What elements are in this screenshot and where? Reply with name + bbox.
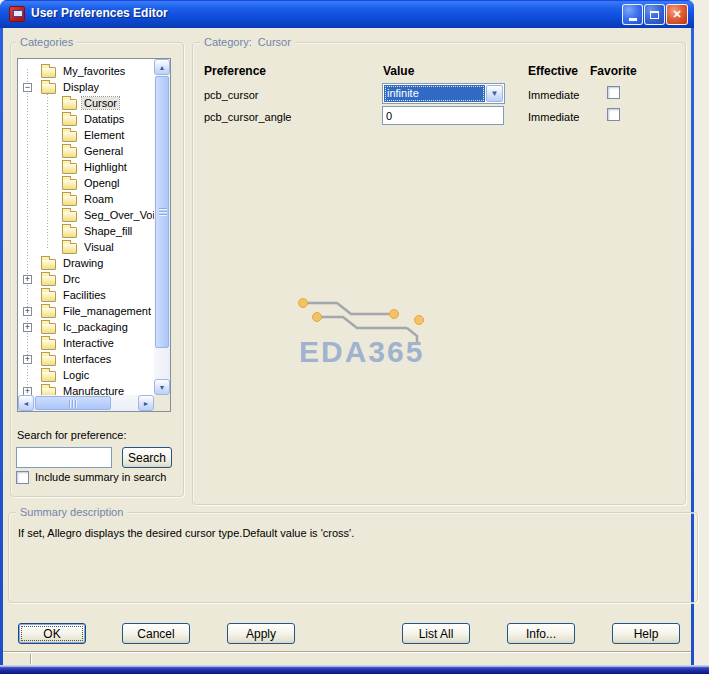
minimize-button[interactable] — [622, 4, 643, 25]
effective-value: Immediate — [528, 111, 579, 123]
tree-item-display[interactable]: − Display — [18, 79, 154, 95]
expand-icon[interactable]: + — [23, 275, 32, 284]
app-icon — [9, 6, 25, 22]
info-button[interactable]: Info... — [507, 623, 575, 644]
status-bar — [3, 651, 691, 653]
tree-item-interfaces[interactable]: + Interfaces — [18, 351, 154, 367]
tree-item-my-favorites[interactable]: My_favorites — [18, 63, 154, 79]
include-summary-checkbox[interactable] — [16, 471, 29, 484]
tree-item-label: Drc — [61, 273, 82, 285]
folder-icon — [62, 115, 77, 126]
expand-icon[interactable]: + — [23, 355, 32, 364]
tree-item-logic[interactable]: Logic — [18, 367, 154, 383]
tree-item-interactive[interactable]: Interactive — [18, 335, 154, 351]
vertical-scroll-thumb[interactable] — [155, 76, 169, 348]
minimize-icon — [629, 18, 637, 21]
folder-icon — [41, 259, 56, 270]
pcb-cursor-dropdown[interactable]: infinite ▼ — [382, 83, 505, 104]
tree-item-label: Display — [61, 81, 101, 93]
tree-item-file-management[interactable]: + File_management — [18, 303, 154, 319]
tree-item-highlight[interactable]: Highlight — [18, 159, 154, 175]
folder-icon — [62, 227, 77, 238]
maximize-button[interactable] — [644, 4, 665, 25]
tree-item-shape-fill[interactable]: Shape_fill — [18, 223, 154, 239]
circuit-pad-icon — [299, 299, 308, 308]
dropdown-selected-value: infinite — [384, 85, 485, 102]
tree-item-drc[interactable]: + Drc — [18, 271, 154, 287]
search-input[interactable] — [16, 447, 112, 468]
circuit-pad-icon — [415, 316, 424, 325]
folder-icon — [62, 211, 77, 222]
folder-icon — [41, 291, 56, 302]
scroll-down-icon[interactable]: ▼ — [154, 379, 170, 395]
preference-name: pcb_cursor_angle — [204, 111, 291, 123]
tree-item-element[interactable]: Element — [18, 127, 154, 143]
tree-item-datatips[interactable]: Datatips — [18, 111, 154, 127]
folder-icon — [62, 99, 77, 110]
folder-icon — [41, 371, 56, 382]
tree-horizontal-scrollbar[interactable]: ◄ ► — [18, 395, 154, 411]
chevron-down-icon[interactable]: ▼ — [486, 85, 503, 102]
tree-item-opengl[interactable]: Opengl — [18, 175, 154, 191]
folder-icon — [41, 67, 56, 78]
favorite-checkbox-pcb-cursor-angle[interactable] — [607, 108, 620, 121]
cancel-button[interactable]: Cancel — [122, 623, 190, 644]
folder-icon — [41, 355, 56, 366]
expand-icon[interactable]: + — [23, 307, 32, 316]
collapse-icon[interactable]: − — [23, 83, 32, 92]
folder-icon — [41, 307, 56, 318]
categories-group-label: Categories — [16, 36, 77, 48]
folder-icon — [62, 163, 77, 174]
tree-item-seg-over-voi[interactable]: Seg_Over_Voi — [18, 207, 154, 223]
scroll-left-icon[interactable]: ◄ — [18, 395, 34, 411]
title-bar[interactable]: User Preferences Editor ✕ — [0, 0, 694, 28]
watermark-text: EDA365 — [299, 335, 424, 368]
tree-item-ic-packaging[interactable]: + Ic_packaging — [18, 319, 154, 335]
help-button[interactable]: Help — [612, 623, 680, 644]
tree-item-visual[interactable]: Visual — [18, 239, 154, 255]
category-group-label: Category: Cursor — [200, 36, 295, 48]
pcb-cursor-angle-input[interactable] — [382, 106, 504, 125]
tree-item-label: Cursor — [82, 97, 119, 109]
column-header-effective: Effective — [528, 64, 578, 78]
folder-icon — [62, 179, 77, 190]
tree-item-label: Datatips — [82, 113, 126, 125]
circuit-pad-icon — [313, 313, 322, 322]
summary-groupbox — [8, 512, 698, 603]
column-header-value: Value — [383, 64, 414, 78]
tree-item-facilities[interactable]: Facilities — [18, 287, 154, 303]
include-summary-label: Include summary in search — [35, 471, 166, 483]
tree-item-label: Shape_fill — [82, 225, 134, 237]
folder-icon — [62, 131, 77, 142]
column-header-preference: Preference — [204, 64, 266, 78]
tree-item-general[interactable]: General — [18, 143, 154, 159]
close-button[interactable]: ✕ — [666, 4, 688, 25]
category-tree[interactable]: My_favorites − Display Cursor Datatips E… — [17, 58, 171, 412]
tree-item-roam[interactable]: Roam — [18, 191, 154, 207]
list-all-button[interactable]: List All — [402, 623, 470, 644]
tree-item-label: Roam — [82, 193, 115, 205]
folder-icon — [62, 195, 77, 206]
tree-item-label: Ic_packaging — [61, 321, 130, 333]
tree-item-drawing[interactable]: Drawing — [18, 255, 154, 271]
tree-item-cursor[interactable]: Cursor — [18, 95, 154, 111]
tree-item-label: Interfaces — [61, 353, 113, 365]
horizontal-scroll-thumb[interactable] — [35, 396, 111, 410]
tree-item-label: My_favorites — [61, 65, 127, 77]
scroll-right-icon[interactable]: ► — [138, 395, 154, 411]
favorite-checkbox-pcb-cursor[interactable] — [607, 86, 620, 99]
expand-icon[interactable]: + — [23, 323, 32, 332]
effective-value: Immediate — [528, 89, 579, 101]
ok-button[interactable]: OK — [18, 623, 86, 644]
search-button[interactable]: Search — [122, 447, 172, 468]
category-label: Category: — [204, 36, 252, 48]
apply-button[interactable]: Apply — [227, 623, 295, 644]
tree-item-label: Highlight — [82, 161, 129, 173]
scroll-up-icon[interactable]: ▲ — [154, 59, 170, 75]
tree-vertical-scrollbar[interactable]: ▲ ▼ — [154, 59, 170, 395]
folder-icon — [41, 275, 56, 286]
thumb-grips — [69, 400, 77, 408]
circuit-trace-icon — [307, 303, 389, 314]
folder-icon — [62, 243, 77, 254]
category-name: Cursor — [258, 36, 291, 48]
